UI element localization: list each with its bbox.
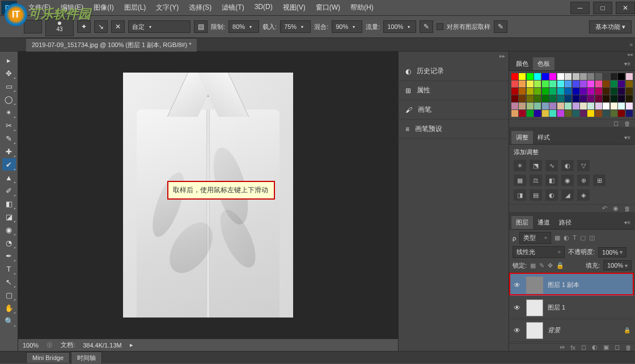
- adj-clip-icon[interactable]: ◉: [613, 205, 619, 212]
- mid-collapse-icon[interactable]: ▸▸: [499, 53, 505, 61]
- swatch-color[interactable]: [549, 103, 556, 109]
- layer-thumbnail[interactable]: [526, 299, 543, 316]
- limit-dropdown[interactable]: 80%: [228, 20, 259, 33]
- swatch-color[interactable]: [511, 110, 518, 117]
- properties-panel-button[interactable]: ⊞ 属性: [399, 81, 509, 100]
- marquee-tool[interactable]: ▭: [2, 80, 16, 92]
- swatch-color[interactable]: [549, 81, 556, 87]
- layers-menu-icon[interactable]: ▾≡: [622, 218, 633, 227]
- swatch-color[interactable]: [511, 73, 518, 80]
- visibility-icon[interactable]: 👁: [514, 281, 522, 289]
- visibility-icon[interactable]: 👁: [514, 304, 522, 312]
- swatch-color[interactable]: [519, 88, 526, 95]
- flow-dropdown[interactable]: 100%: [383, 20, 416, 33]
- swatch-color[interactable]: [534, 88, 541, 95]
- swatch-color[interactable]: [565, 88, 572, 95]
- pressure-button[interactable]: ✎: [494, 20, 507, 33]
- brushes-panel-button[interactable]: 🖌 画笔: [399, 100, 509, 120]
- swatch-color[interactable]: [595, 110, 602, 117]
- doc-tabs-overflow[interactable]: »: [627, 39, 635, 50]
- swatches-menu-icon[interactable]: ▾≡: [622, 60, 633, 68]
- panel-collapse-adj[interactable]: [509, 127, 635, 131]
- swatch-color[interactable]: [626, 81, 633, 87]
- swatch-color[interactable]: [587, 103, 594, 109]
- new-layer-icon[interactable]: ◻: [615, 344, 620, 351]
- layer-thumbnail[interactable]: [526, 322, 543, 339]
- heal-tool[interactable]: ✚: [2, 145, 16, 158]
- swatch-color[interactable]: [534, 103, 541, 109]
- swatch-color[interactable]: [580, 88, 587, 95]
- swatch-color[interactable]: [626, 103, 633, 109]
- group-icon[interactable]: ▣: [603, 344, 609, 351]
- swatch-color[interactable]: [618, 73, 625, 80]
- swatch-color[interactable]: [527, 81, 534, 87]
- swatch-color[interactable]: [519, 81, 526, 87]
- swatch-color[interactable]: [565, 81, 572, 87]
- channels-tab[interactable]: 通道: [533, 216, 554, 229]
- swatch-color[interactable]: [534, 73, 541, 80]
- swatch-color[interactable]: [511, 95, 518, 102]
- menu-window[interactable]: 窗口(W): [311, 1, 345, 15]
- status-menu-icon[interactable]: ▸: [130, 341, 133, 349]
- swatch-color[interactable]: [565, 110, 572, 117]
- history-brush-tool[interactable]: ✐: [2, 184, 16, 197]
- swatch-color[interactable]: [557, 95, 564, 102]
- swatch-color[interactable]: [511, 103, 518, 109]
- adj-mixer-icon[interactable]: ⊕: [577, 175, 590, 186]
- adj-invert-icon[interactable]: ◨: [514, 189, 526, 201]
- swatch-color[interactable]: [573, 110, 579, 117]
- adj-balance-icon[interactable]: ⚖: [530, 175, 542, 186]
- color-tab[interactable]: 颜色: [511, 57, 533, 70]
- adj-poster-icon[interactable]: ▤: [530, 189, 542, 201]
- swatch-color[interactable]: [618, 88, 625, 95]
- swatch-color[interactable]: [519, 110, 526, 117]
- crop-tool[interactable]: ✂: [2, 119, 16, 132]
- pen-tool[interactable]: ✒: [2, 249, 16, 262]
- swatch-color[interactable]: [557, 110, 564, 117]
- adj-levels-icon[interactable]: ⬔: [530, 160, 542, 171]
- swatch-color[interactable]: [573, 103, 579, 109]
- swatch-color[interactable]: [595, 88, 602, 95]
- eyedropper-tool[interactable]: ✎: [2, 132, 16, 145]
- fx-icon[interactable]: fx: [570, 344, 575, 351]
- swatch-color[interactable]: [542, 88, 549, 95]
- adj-curves-icon[interactable]: ∿: [545, 160, 558, 171]
- swatch-color[interactable]: [603, 103, 609, 109]
- swatch-color[interactable]: [557, 81, 564, 87]
- minimize-button[interactable]: ─: [570, 2, 590, 14]
- workspace-button[interactable]: 基本功能 ▾: [589, 20, 632, 33]
- adjust-tab[interactable]: 调整: [511, 131, 533, 144]
- swatch-color[interactable]: [549, 73, 556, 80]
- swatch-color[interactable]: [557, 103, 564, 109]
- menu-type[interactable]: 文字(Y): [151, 1, 183, 15]
- menu-layer[interactable]: 图层(L): [120, 1, 151, 15]
- styles-tab[interactable]: 样式: [533, 131, 554, 144]
- adj-back-icon[interactable]: ↶: [602, 205, 607, 212]
- swatch-color[interactable]: [542, 110, 549, 117]
- swatch-color[interactable]: [565, 103, 572, 109]
- swatch-color[interactable]: [595, 73, 602, 80]
- document-tab[interactable]: 2019-07-09_151734.jpg @ 100% (图层 1 副本, R…: [26, 38, 197, 52]
- hand-tool[interactable]: ✋: [2, 302, 16, 314]
- swatch-color[interactable]: [611, 110, 617, 117]
- filter-pixel-icon[interactable]: ▦: [554, 234, 560, 242]
- filter-text-icon[interactable]: T: [573, 234, 577, 242]
- swatch-color[interactable]: [626, 73, 633, 80]
- swatch-color[interactable]: [534, 95, 541, 102]
- adjust-menu-icon[interactable]: ▾≡: [622, 133, 633, 142]
- swatch-color[interactable]: [580, 103, 587, 109]
- filter-shape-icon[interactable]: ▢: [580, 234, 586, 242]
- swatch-color[interactable]: [573, 95, 579, 102]
- swatch-color[interactable]: [611, 81, 617, 87]
- filter-smart-icon[interactable]: ◫: [589, 234, 595, 242]
- swatch-color[interactable]: [618, 95, 625, 102]
- text-tool[interactable]: T: [2, 263, 16, 275]
- swatch-color[interactable]: [611, 73, 617, 80]
- swatch-color[interactable]: [626, 110, 633, 117]
- swatch-color[interactable]: [542, 103, 549, 109]
- menu-filter[interactable]: 滤镜(T): [217, 1, 248, 15]
- lasso-tool[interactable]: ◯: [2, 93, 16, 105]
- adj-bw-icon[interactable]: ◧: [545, 175, 558, 186]
- swatch-color[interactable]: [519, 103, 526, 109]
- layer-thumbnail[interactable]: [526, 277, 543, 294]
